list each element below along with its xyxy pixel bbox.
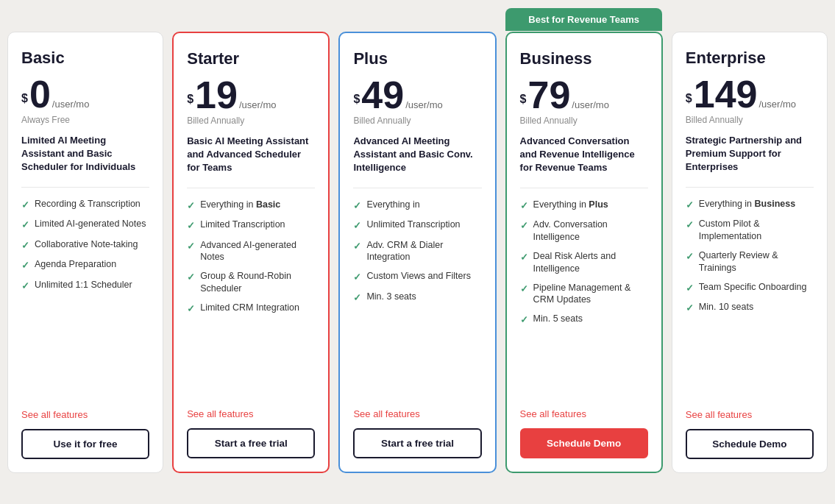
check-icon: ✓ [21, 280, 29, 293]
list-item: ✓Deal Risk Alerts and Intelligence [520, 250, 648, 275]
features-list-basic: ✓Recording & Transcription✓Limited AI-ge… [21, 198, 149, 399]
price-per-business: /user/mo [572, 100, 609, 110]
plan-card-basic: Basic$0/user/moAlways FreeLimited AI Mee… [7, 32, 163, 473]
feature-text: Group & Round-Robin Scheduler [200, 270, 315, 295]
price-row-starter: $19/user/mo [187, 76, 315, 114]
feature-text: Quarterly Review & Trainings [699, 249, 814, 274]
check-icon: ✓ [187, 271, 195, 284]
plan-name-enterprise: Enterprise [686, 49, 814, 68]
price-dollar-sign: $ [21, 93, 28, 104]
check-icon: ✓ [21, 239, 29, 252]
list-item: ✓Unlimited 1:1 Scheduler [21, 279, 149, 293]
divider [686, 187, 814, 188]
plan-name-basic: Basic [21, 49, 149, 68]
list-item: ✓Team Specific Onboarding [686, 281, 814, 295]
feature-text: Custom Pilot & Implementation [699, 218, 814, 243]
plan-description-plus: Advanced AI Meeting Assistant and Basic … [353, 135, 481, 176]
cta-button-starter[interactable]: Start a free trial [187, 428, 315, 458]
check-icon: ✓ [353, 199, 361, 213]
see-features-link-basic[interactable]: See all features [21, 409, 149, 420]
cta-button-basic[interactable]: Use it for free [21, 429, 149, 459]
feature-text: Everything in Basic [200, 199, 280, 211]
price-dollar-sign: $ [353, 93, 360, 105]
features-list-enterprise: ✓Everything in Business✓Custom Pilot & I… [686, 198, 814, 399]
feature-text: Everything in Business [699, 198, 795, 210]
list-item: ✓Everything in [353, 199, 481, 213]
check-icon: ✓ [686, 302, 694, 315]
price-row-business: $79/user/mo [520, 76, 648, 114]
see-features-link-business[interactable]: See all features [520, 408, 648, 419]
list-item: ✓Quarterly Review & Trainings [686, 249, 814, 274]
list-item: ✓Adv. CRM & Dialer Integration [353, 239, 481, 264]
features-list-plus: ✓Everything in ✓Unlimited Transcription✓… [353, 199, 481, 398]
feature-text: Min. 3 seats [366, 291, 416, 303]
billing-info-starter: Billed Annually [187, 116, 315, 126]
feature-text: Unlimited Transcription [366, 219, 460, 231]
check-icon: ✓ [187, 199, 195, 213]
feature-text: Custom Views and Filters [366, 270, 471, 283]
feature-text: Min. 10 seats [699, 301, 753, 313]
check-icon: ✓ [353, 271, 361, 284]
feature-text: Pipeline Management & CRM Updates [533, 282, 648, 307]
feature-text: Advanced AI-generated Notes [200, 239, 315, 264]
check-icon: ✓ [187, 240, 195, 253]
feature-text: Limited CRM Integration [200, 302, 299, 314]
feature-text: Limited AI-generated Notes [35, 218, 146, 230]
feature-text: Adv. CRM & Dialer Integration [366, 239, 481, 264]
list-item: ✓Limited Transcription [187, 219, 315, 233]
feature-text: Everything in Plus [533, 199, 608, 211]
price-dollar-sign: $ [520, 93, 527, 105]
price-dollar-sign: $ [686, 93, 692, 104]
check-icon: ✓ [520, 251, 528, 264]
check-icon: ✓ [353, 219, 361, 233]
plan-name-business: Business [520, 49, 648, 68]
feature-text: Adv. Conversation Intelligence [533, 219, 648, 244]
pricing-container: Basic$0/user/moAlways FreeLimited AI Mee… [7, 32, 828, 473]
plan-card-plus: Plus$49/user/moBilled AnnuallyAdvanced A… [338, 32, 496, 473]
feature-text: Collaborative Note-taking [35, 238, 138, 251]
price-row-basic: $0/user/mo [21, 75, 149, 113]
divider [187, 188, 315, 188]
price-per-enterprise: /user/mo [758, 99, 796, 109]
divider [353, 188, 481, 188]
price-per-plus: /user/mo [405, 100, 443, 110]
list-item: ✓Unlimited Transcription [353, 219, 481, 233]
feature-text: Unlimited 1:1 Scheduler [35, 279, 132, 291]
divider [520, 188, 648, 188]
cta-button-plus[interactable]: Start a free trial [353, 428, 481, 458]
price-amount-basic: 0 [29, 75, 51, 113]
plan-card-starter: Starter$19/user/moBilled AnnuallyBasic A… [172, 32, 330, 473]
list-item: ✓Group & Round-Robin Scheduler [187, 270, 315, 295]
price-amount-business: 79 [528, 76, 571, 114]
plan-description-enterprise: Strategic Partnership and Premium Suppor… [686, 134, 814, 175]
plan-card-enterprise: Enterprise$149/user/moBilled AnnuallyStr… [672, 32, 828, 473]
see-features-link-enterprise[interactable]: See all features [686, 409, 814, 420]
plan-description-basic: Limited AI Meeting Assistant and Basic S… [21, 134, 149, 175]
divider [21, 187, 149, 188]
list-item: ✓Limited AI-generated Notes [21, 218, 149, 232]
feature-text: Recording & Transcription [35, 198, 141, 210]
list-item: ✓Everything in Business [686, 198, 814, 212]
price-amount-starter: 19 [195, 76, 238, 114]
cta-button-enterprise[interactable]: Schedule Demo [686, 429, 814, 459]
check-icon: ✓ [21, 199, 29, 212]
price-row-plus: $49/user/mo [353, 76, 481, 114]
see-features-link-starter[interactable]: See all features [187, 408, 315, 419]
features-list-starter: ✓Everything in Basic✓Limited Transcripti… [187, 199, 315, 398]
price-row-enterprise: $149/user/mo [686, 75, 814, 113]
best-for-badge: Best for Revenue Teams [505, 8, 662, 31]
check-icon: ✓ [520, 199, 528, 213]
list-item: ✓Everything in Basic [187, 199, 315, 213]
check-icon: ✓ [187, 302, 195, 316]
price-dollar-sign: $ [187, 93, 193, 105]
price-per-starter: /user/mo [239, 100, 277, 110]
check-icon: ✓ [686, 282, 694, 295]
billing-info-business: Billed Annually [520, 116, 648, 126]
check-icon: ✓ [686, 199, 694, 212]
list-item: ✓Min. 10 seats [686, 301, 814, 315]
cta-button-business[interactable]: Schedule Demo [520, 428, 648, 458]
feature-text: Deal Risk Alerts and Intelligence [533, 250, 648, 275]
billing-info-plus: Billed Annually [353, 116, 481, 126]
see-features-link-plus[interactable]: See all features [353, 408, 481, 419]
check-icon: ✓ [21, 259, 29, 272]
